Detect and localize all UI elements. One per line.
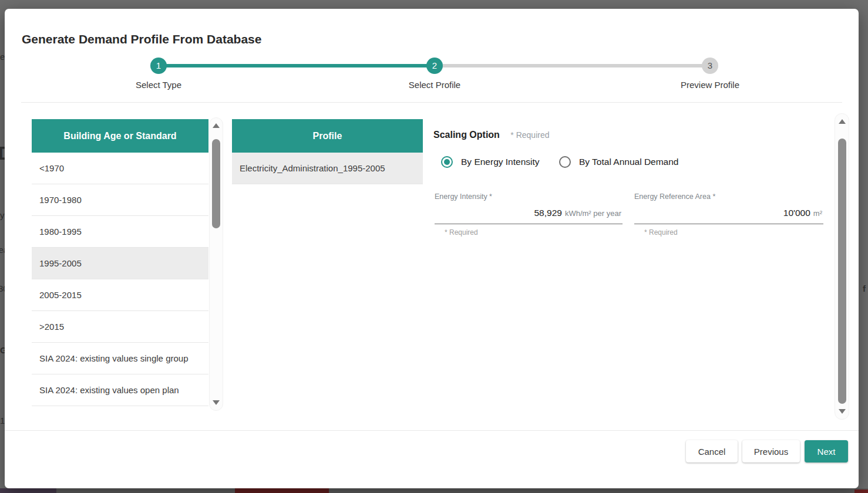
footer-divider xyxy=(5,430,859,431)
energy-intensity-field: Energy Intensity * 58,929 kWh/m² per yea… xyxy=(435,193,623,237)
scrollbar-thumb[interactable] xyxy=(838,139,846,404)
scroll-down-arrow-icon[interactable] xyxy=(213,400,220,405)
scroll-up-arrow-icon[interactable] xyxy=(839,119,846,124)
energy-intensity-value[interactable]: 58,929 xyxy=(534,208,562,218)
dialog-content-scrollbar[interactable] xyxy=(835,113,849,420)
scroll-up-arrow-icon[interactable] xyxy=(213,123,220,128)
required-hint: * Required xyxy=(644,228,823,237)
step-2-label: Select Profile xyxy=(409,80,460,90)
list-item[interactable]: 1970-1980 xyxy=(32,184,208,216)
energy-intensity-unit: kWh/m² per year xyxy=(565,209,621,218)
scaling-required-note: * Required xyxy=(510,130,549,140)
radio-dot xyxy=(444,159,450,165)
building-list-scrollbar[interactable] xyxy=(209,117,223,411)
list-item-selected[interactable]: Electricity_Administration_1995-2005 xyxy=(232,153,423,184)
scroll-down-arrow-icon[interactable] xyxy=(839,409,846,414)
scaling-option-header: Scaling Option * Required xyxy=(433,130,550,140)
step-3-circle: 3 xyxy=(702,58,718,74)
list-item[interactable]: 1980-1995 xyxy=(32,216,208,248)
step-1-label: Select Type xyxy=(136,80,181,90)
scrollbar-thumb[interactable] xyxy=(212,139,220,228)
list-item[interactable]: SIA 2024: existing values single group xyxy=(32,343,208,374)
radio-option-by-total-annual-demand[interactable]: By Total Annual Demand xyxy=(559,156,678,168)
previous-button[interactable]: Previous xyxy=(742,440,800,462)
list-item-selected[interactable]: 1995-2005 xyxy=(32,248,208,279)
building-age-list-header: Building Age or Standard xyxy=(32,119,208,153)
radio-selected-icon[interactable] xyxy=(441,156,453,168)
bg-bottom-strip-red xyxy=(854,489,868,493)
generate-demand-profile-dialog: Generate Demand Profile From Database 1 … xyxy=(5,9,859,488)
energy-reference-area-value[interactable]: 10'000 xyxy=(783,208,810,218)
dialog-title: Generate Demand Profile From Database xyxy=(22,32,261,46)
list-item[interactable]: >2015 xyxy=(32,311,208,343)
step-3-label: Preview Profile xyxy=(681,80,739,90)
profile-list: Profile Electricity_Administration_1995-… xyxy=(232,119,423,184)
step-2-circle[interactable]: 2 xyxy=(426,58,443,74)
energy-reference-area-unit: m² xyxy=(813,209,822,218)
next-button[interactable]: Next xyxy=(805,440,848,462)
step-1-circle[interactable]: 1 xyxy=(150,58,167,74)
stepper-connector-upcoming xyxy=(435,64,711,67)
scaling-option-title: Scaling Option xyxy=(433,130,500,140)
radio-label: By Energy Intensity xyxy=(461,157,540,167)
bg-bottom-strip xyxy=(0,488,868,493)
bg-bottom-strip-purple xyxy=(0,488,56,493)
energy-reference-area-input[interactable]: 10'000 m² xyxy=(634,202,823,224)
bg-bottom-strip-red xyxy=(235,488,329,493)
list-item[interactable]: <1970 xyxy=(32,153,208,184)
header-divider xyxy=(21,102,842,103)
radio-label: By Total Annual Demand xyxy=(579,157,678,167)
bg-text-fragment: f xyxy=(863,283,868,293)
energy-reference-area-label: Energy Reference Area * xyxy=(634,193,823,201)
building-age-list: Building Age or Standard <1970 1970-1980… xyxy=(32,119,208,406)
list-item[interactable]: 2005-2015 xyxy=(32,279,208,311)
energy-intensity-label: Energy Intensity * xyxy=(435,193,623,201)
radio-unselected-icon[interactable] xyxy=(559,156,571,168)
radio-option-by-energy-intensity[interactable]: By Energy Intensity xyxy=(441,156,540,168)
stepper-connector-complete xyxy=(159,64,439,67)
cancel-button[interactable]: Cancel xyxy=(686,440,738,462)
list-item[interactable]: SIA 2024: existing values open plan xyxy=(32,374,208,406)
energy-reference-area-field: Energy Reference Area * 10'000 m² * Requ… xyxy=(634,193,823,237)
energy-intensity-input[interactable]: 58,929 kWh/m² per year xyxy=(435,202,623,224)
required-hint: * Required xyxy=(445,228,623,237)
profile-list-header: Profile xyxy=(232,119,423,153)
